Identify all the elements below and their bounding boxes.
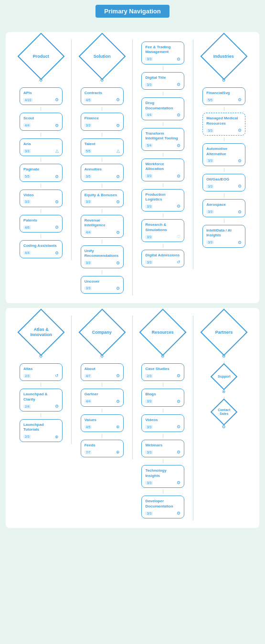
- nav-card-footer: 3/3⚙: [145, 174, 180, 179]
- small-diamond-contact-sales[interactable]: Contact Sales: [211, 399, 238, 426]
- nav-card-footer: 5/5△: [85, 148, 120, 153]
- connector-line: [163, 66, 163, 70]
- nav-column-atlas: Atlas & Innovation⚙Atlas2/3↺Launchpad & …: [11, 316, 72, 444]
- nav-card-icon: ⚙: [238, 158, 242, 163]
- nav-card-tag: 3/3: [206, 128, 214, 133]
- nav-card-title: Feeds: [85, 443, 120, 448]
- diamond-label-product[interactable]: Product: [17, 33, 64, 80]
- nav-card-icon: △: [55, 148, 59, 153]
- nav-card[interactable]: Drug Documentation4/4⚙: [141, 97, 184, 120]
- nav-card[interactable]: Video3/3⚙: [20, 190, 63, 207]
- nav-card-footer: 4/10⚙: [23, 97, 59, 102]
- nav-card-title: Atlas: [23, 367, 59, 371]
- nav-card[interactable]: About4/7⚙: [81, 363, 124, 381]
- nav-card-tag: 5/4: [145, 143, 153, 148]
- nav-card[interactable]: Blogs3/3⚙: [141, 389, 184, 406]
- diamond-label-partners[interactable]: Partners: [201, 308, 248, 356]
- nav-card[interactable]: Finance3/3⚙: [81, 113, 124, 130]
- nav-card-icon: ⚙: [177, 424, 180, 429]
- diamond-label-industries[interactable]: Industries: [201, 33, 248, 80]
- nav-card[interactable]: APIs4/10⚙: [20, 87, 63, 105]
- nav-card[interactable]: Case Studies2/3⚙: [141, 363, 184, 381]
- nav-card[interactable]: Webinars3/3⚙: [141, 440, 184, 457]
- connector-line: [102, 184, 102, 188]
- nav-card[interactable]: Launchpad & Clarity2/4⚙: [20, 389, 63, 412]
- nav-card[interactable]: Scout4/4⚙: [20, 113, 63, 130]
- nav-card[interactable]: Videos3/3⚙: [141, 414, 184, 432]
- nav-card-icon: ⚙: [177, 174, 180, 179]
- nav-card[interactable]: Transform Intelligent Tooling5/4⚙: [141, 128, 184, 151]
- nav-card-tag: 4/7: [85, 374, 92, 378]
- nav-card-title: About: [85, 367, 120, 371]
- nav-card-icon: ↺: [177, 260, 180, 264]
- nav-card[interactable]: Research & Simulations3/3♡: [141, 219, 184, 242]
- nav-card-icon: ↺: [55, 373, 59, 378]
- page-title: Primary Navigation: [95, 5, 170, 18]
- nav-card-tag: 4/4: [145, 113, 153, 117]
- nav-card[interactable]: Paginate5/5⚙: [20, 164, 63, 181]
- nav-card[interactable]: Aerospace3/3⚙: [202, 199, 245, 217]
- nav-card-icon: ⚙: [177, 143, 180, 148]
- nav-card[interactable]: Fee & Trading Management3/3⚙: [141, 42, 184, 64]
- nav-card-icon: ⚙: [238, 184, 242, 189]
- nav-card[interactable]: Equity & Bonuses3/3⚙: [81, 190, 124, 207]
- nav-card-title: Digital Title: [145, 75, 180, 80]
- nav-card[interactable]: Oil/Gas/EOG3/3⚙: [202, 174, 245, 191]
- nav-card-tag: 4/4: [23, 123, 31, 127]
- nav-card[interactable]: Talent5/5△: [81, 138, 124, 156]
- nav-card-icon: ⚙: [55, 97, 59, 102]
- small-diamond-support[interactable]: Support: [211, 363, 238, 391]
- nav-card-icon: ⚙: [55, 174, 59, 179]
- nav-card-icon: ⚙: [177, 480, 180, 485]
- nav-card-footer: 3/3⚙: [206, 240, 242, 245]
- nav-card-title: Paginate: [23, 167, 59, 172]
- nav-card[interactable]: Unify Recommendations3/3⚙: [81, 245, 124, 268]
- column-items: Atlas2/3↺Launchpad & Clarity2/4⚙Launchpa…: [11, 361, 72, 444]
- nav-card[interactable]: Patents4/6⚙: [20, 215, 63, 232]
- nav-card[interactable]: Aria3/3△: [20, 138, 63, 156]
- nav-card-tag: 2/3: [145, 374, 153, 378]
- nav-card-tag: 4/5: [85, 98, 92, 102]
- nav-card[interactable]: Values4/5⊕: [81, 414, 124, 432]
- nav-card[interactable]: Coding Assistants4/4⚙: [20, 240, 63, 258]
- nav-card[interactable]: Launchpad Tutorials2/3⊕: [20, 419, 63, 442]
- diamond-label-resources[interactable]: Resources: [139, 308, 187, 356]
- nav-card[interactable]: Automotive Alternative3/3⚙: [202, 143, 245, 166]
- nav-card-footer: 3/3↺: [145, 260, 180, 264]
- nav-card[interactable]: Contracts4/5⚙: [81, 87, 124, 105]
- nav-card[interactable]: Workforce Allocation3/3⚙: [141, 158, 184, 181]
- nav-card-icon: ⚙: [116, 261, 120, 265]
- nav-card-title: Aerospace: [206, 202, 242, 207]
- nav-card[interactable]: Digital Title3/3⚙: [141, 72, 184, 90]
- diamond-label-solution[interactable]: Solution: [78, 33, 126, 80]
- special-icon: ⊕: [221, 389, 227, 395]
- nav-card[interactable]: Technology Insights3/3⚙: [141, 465, 184, 488]
- nav-card-title: Automotive Alternative: [206, 147, 242, 157]
- connector-line: [163, 409, 163, 412]
- nav-card-footer: 3/3⚙: [145, 57, 180, 62]
- connector-line: [41, 413, 41, 417]
- nav-card-tag: 3/3: [145, 204, 153, 209]
- nav-card[interactable]: Production Logistics3/3⚙: [141, 189, 184, 212]
- nav-card[interactable]: FinancialSvg5/5⚙: [202, 87, 245, 105]
- nav-card[interactable]: Revenue Intelligence4/4⚙: [81, 215, 124, 238]
- nav-card-footer: 3/3⚙: [23, 200, 59, 204]
- nav-card-footer: 4/5⊕: [85, 424, 120, 429]
- diamond-label-text: Company: [91, 328, 113, 336]
- nav-card[interactable]: Gartner4/4⚙: [81, 389, 124, 406]
- diamond-label-atlas[interactable]: Atlas & Innovation: [17, 308, 64, 356]
- nav-card[interactable]: IntelliData / AI Insights3/3⚙: [202, 225, 245, 248]
- nav-card[interactable]: Annuities3/5⚙: [81, 164, 124, 181]
- nav-card[interactable]: Digital Admissions3/3↺: [141, 250, 184, 267]
- nav-card-tag: 3/3: [145, 450, 153, 454]
- nav-card[interactable]: Atlas2/3↺: [20, 363, 63, 381]
- nav-card-footer: 2/3↺: [23, 373, 59, 378]
- diamond-label-company[interactable]: Company: [78, 308, 126, 356]
- nav-card-title: Finance: [85, 116, 120, 121]
- nav-card[interactable]: Feeds7/7⊕: [81, 440, 124, 457]
- nav-card[interactable]: Developer Documentation3/3⚙: [141, 496, 184, 518]
- nav-column-industries: Industries⚙FinancialSvg5/5⚙Managed Medic…: [193, 40, 254, 250]
- nav-card[interactable]: Uncover3/3⚙: [81, 276, 124, 294]
- nav-card[interactable]: Managed Medical Resources3/3⚙: [202, 113, 245, 136]
- connector-line: [163, 183, 163, 187]
